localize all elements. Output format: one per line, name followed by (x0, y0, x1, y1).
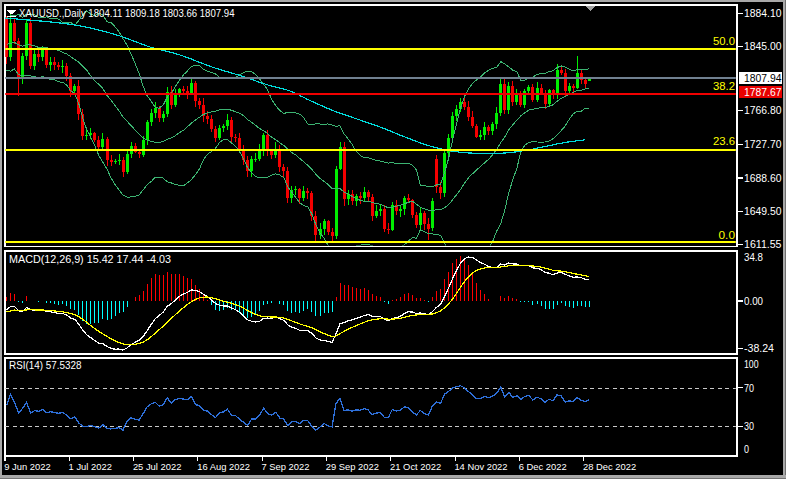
svg-text:1787.67: 1787.67 (744, 87, 782, 98)
svg-text:30: 30 (744, 421, 754, 432)
svg-text:0: 0 (744, 444, 749, 455)
svg-text:9 Jun 2022: 9 Jun 2022 (4, 461, 50, 472)
svg-text:0.00: 0.00 (744, 296, 763, 307)
svg-text:70: 70 (744, 383, 754, 394)
svg-text:100: 100 (744, 359, 759, 370)
svg-text:29 Sep 2022: 29 Sep 2022 (326, 461, 379, 472)
svg-text:16 Aug 2022: 16 Aug 2022 (197, 461, 250, 472)
svg-text:1807.94: 1807.94 (744, 73, 782, 84)
svg-text:50.0: 50.0 (713, 36, 735, 47)
svg-text:1766.80: 1766.80 (744, 105, 782, 116)
svg-text:RSI(14) 57.5328: RSI(14) 57.5328 (9, 359, 82, 371)
svg-text:38.2: 38.2 (713, 81, 735, 92)
svg-text:1 Jul 2022: 1 Jul 2022 (69, 461, 112, 472)
svg-text:XAUUSD.,Daily 1804.11 1809.18: XAUUSD.,Daily 1804.11 1809.18 1803.66 18… (19, 7, 235, 19)
svg-text:23.6: 23.6 (713, 136, 735, 147)
svg-text:1611.55: 1611.55 (744, 239, 782, 250)
svg-text:14 Nov 2022: 14 Nov 2022 (454, 461, 507, 472)
svg-text:28 Dec 2022: 28 Dec 2022 (583, 461, 636, 472)
svg-text:25 Jul 2022: 25 Jul 2022 (133, 461, 181, 472)
svg-text:-38.24: -38.24 (744, 343, 774, 354)
svg-text:7 Sep 2022: 7 Sep 2022 (261, 461, 309, 472)
svg-text:1884.10: 1884.10 (744, 8, 782, 19)
svg-text:1649.50: 1649.50 (744, 206, 782, 217)
svg-text:1727.70: 1727.70 (744, 139, 782, 150)
svg-text:6 Dec 2022: 6 Dec 2022 (519, 461, 567, 472)
svg-text:21 Oct 2022: 21 Oct 2022 (390, 461, 441, 472)
svg-text:1688.60: 1688.60 (744, 173, 782, 184)
svg-text:34.8: 34.8 (744, 252, 763, 263)
svg-text:0.0: 0.0 (719, 230, 736, 241)
svg-text:MACD(12,26,9) 15.42 17.44 -4.0: MACD(12,26,9) 15.42 17.44 -4.03 (9, 253, 171, 265)
svg-text:1845.00: 1845.00 (744, 41, 782, 52)
